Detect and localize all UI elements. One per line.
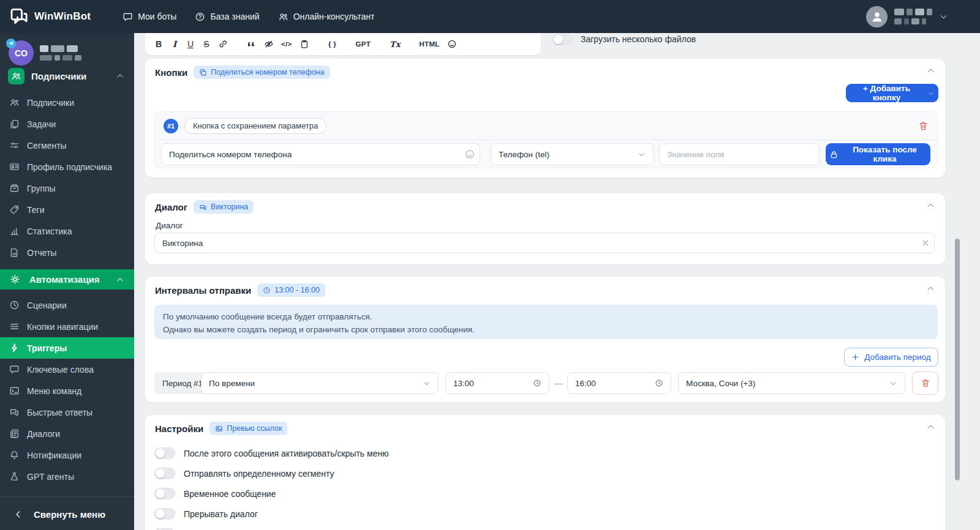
sidebar-item-quick-replies[interactable]: Быстрые ответы: [0, 401, 134, 423]
sidebar-item-segments[interactable]: Сегменты: [0, 135, 134, 156]
html-button[interactable]: HTML: [420, 40, 440, 48]
add-button-button[interactable]: + Добавить кнопку: [846, 84, 938, 102]
item-label: Подписчики: [27, 98, 74, 108]
sidebar-item-subscribers[interactable]: Подписчики: [0, 92, 134, 113]
button-text-input[interactable]: [161, 143, 480, 165]
divider: [0, 496, 134, 497]
item-label: Кнопки навигации: [27, 322, 98, 332]
chevron-down-icon: [889, 379, 897, 387]
item-label: Быстрые ответы: [27, 408, 92, 417]
toggle-temporary-message[interactable]: [154, 488, 175, 499]
chat-bubbles-icon: [9, 407, 20, 417]
nav-my-bots-label: Мои боты: [138, 12, 176, 21]
collapse-menu-button[interactable]: Свернуть меню: [0, 503, 134, 525]
nav-online-consultant[interactable]: Онлайн-консультант: [278, 12, 375, 22]
time-range-dash: —: [554, 378, 563, 388]
quote-icon[interactable]: [247, 39, 257, 49]
sidebar-section-automation[interactable]: Автоматизация: [0, 269, 134, 289]
toggle-label: Временное сообщение: [184, 489, 276, 499]
id-card-icon: [9, 162, 20, 172]
terminal-icon: [9, 386, 20, 396]
dialog-select-input[interactable]: [154, 233, 935, 253]
sidebar-item-scenarios[interactable]: Сценарии: [0, 294, 134, 316]
show-after-click-button[interactable]: Показать после клика: [826, 143, 930, 165]
clock-icon: [9, 300, 20, 310]
button-index-badge: #1: [164, 119, 178, 133]
sidebar-item-statistics[interactable]: Статистика: [0, 220, 134, 242]
chevron-up-icon[interactable]: [116, 275, 124, 284]
nav-knowledge-base[interactable]: База знаний: [195, 12, 259, 22]
strikethrough-button[interactable]: S: [202, 39, 211, 49]
period-mode-select[interactable]: По времени: [201, 372, 439, 394]
nav-knowledge-base-label: База знаний: [210, 12, 259, 21]
question-circle-icon: [195, 12, 205, 22]
sidebar-item-notifications[interactable]: Нотификации: [0, 444, 134, 466]
item-label: Отчеты: [27, 248, 56, 258]
user-avatar[interactable]: [866, 6, 888, 28]
sidebar-item-triggers[interactable]: Триггеры: [0, 337, 134, 359]
sidebar-item-command-menu[interactable]: Меню команд: [0, 380, 134, 401]
button-kind-pill[interactable]: Кнопка с сохранением параметра: [184, 118, 326, 134]
collapse-card-icon[interactable]: [926, 66, 935, 75]
sidebar-item-groups[interactable]: Группы: [0, 177, 134, 199]
hidden-text-icon[interactable]: [264, 39, 274, 49]
nav-my-bots[interactable]: Мои боты: [123, 12, 176, 22]
code-button[interactable]: </>: [281, 40, 292, 48]
sidebar-item-dialogs[interactable]: Диалоги: [0, 423, 134, 444]
upload-multiple-files-toggle[interactable]: [552, 34, 573, 45]
sidebar-item-nav-buttons[interactable]: Кнопки навигации: [0, 316, 134, 337]
underline-button[interactable]: U: [186, 39, 195, 49]
button-row-group: #1 Кнопка с сохранением параметра Телефо…: [154, 111, 938, 168]
section-label: Подписчики: [31, 71, 86, 81]
sidebar-item-reports[interactable]: Отчеты: [0, 242, 134, 263]
gear-icon: [9, 274, 21, 285]
chevron-up-icon[interactable]: [116, 72, 124, 80]
item-label: Группы: [27, 184, 56, 193]
emoji-picker-icon[interactable]: [464, 149, 475, 160]
toggle-interrupt-dialog[interactable]: [154, 508, 175, 520]
collapse-card-icon[interactable]: [926, 422, 935, 431]
chevron-down-icon[interactable]: [939, 12, 948, 21]
delete-button-icon[interactable]: [918, 121, 929, 131]
braces-button[interactable]: { }: [328, 40, 337, 48]
sidebar-item-tags[interactable]: Теги: [0, 199, 134, 220]
sidebar-section-subscribers[interactable]: Подписчики: [0, 65, 134, 87]
timezone-select[interactable]: Москва, Сочи (+3): [678, 372, 905, 394]
clipboard-icon[interactable]: [300, 39, 309, 49]
settings-card: Настройки Превью ссылок После этого сооб…: [145, 415, 945, 530]
field-type-value: Телефон (tel): [499, 150, 549, 159]
time-to-input[interactable]: 16:00: [567, 372, 671, 394]
time-from-input[interactable]: 13:00: [445, 372, 549, 394]
sidebar-item-gpt-agents[interactable]: GPT агенты: [0, 466, 134, 487]
tasks-icon: [9, 119, 20, 129]
collapse-card-icon[interactable]: [926, 284, 935, 293]
sidebar-item-keywords[interactable]: Ключевые слова: [0, 359, 134, 380]
field-type-select[interactable]: Телефон (tel): [491, 143, 654, 165]
clear-icon[interactable]: [921, 239, 930, 247]
link-icon[interactable]: [218, 39, 228, 49]
box-icon: [9, 183, 20, 193]
bold-button[interactable]: B: [154, 39, 163, 49]
scrollbar-thumb[interactable]: [955, 239, 960, 480]
clear-format-button[interactable]: Tx: [390, 40, 400, 49]
delete-period-button[interactable]: [912, 371, 938, 395]
bot-profile[interactable]: CO: [9, 40, 81, 65]
telegram-badge-icon: [6, 39, 16, 48]
brand[interactable]: WinWinBot: [10, 7, 91, 26]
item-label: Нотификации: [27, 450, 81, 460]
chevron-down-icon: [423, 379, 431, 387]
show-after-click-label: Показать после клика: [843, 145, 927, 163]
emoji-icon[interactable]: [447, 39, 457, 49]
sidebar-item-tasks[interactable]: Задачи: [0, 113, 134, 135]
toggle-label: Отправлять определенному сегменту: [184, 469, 334, 479]
sidebar-item-subscriber-profile[interactable]: Профиль подписчика: [0, 156, 134, 177]
toggle-activate-menu[interactable]: [154, 447, 175, 459]
collapse-card-icon[interactable]: [926, 201, 935, 210]
toggle-send-to-segment[interactable]: [154, 468, 175, 479]
account-menu[interactable]: [866, 6, 980, 28]
clock-icon: [533, 379, 541, 387]
gpt-button[interactable]: GPT: [356, 40, 371, 48]
field-value-input[interactable]: [659, 143, 820, 165]
italic-button[interactable]: I: [170, 39, 179, 49]
add-period-button[interactable]: Добавить период: [844, 348, 938, 367]
